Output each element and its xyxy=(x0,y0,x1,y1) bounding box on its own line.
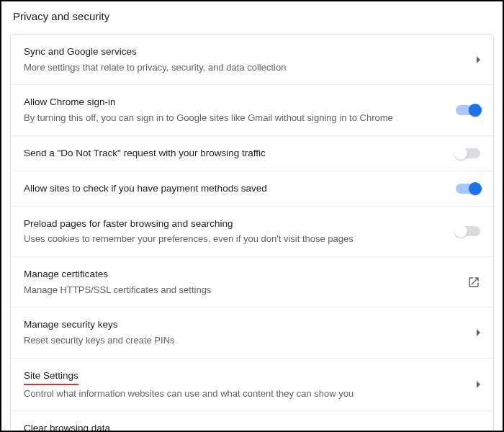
row-preload-pages[interactable]: Preload pages for faster browsing and se… xyxy=(11,207,493,257)
row-title: Manage certificates xyxy=(24,268,108,282)
row-title: Allow Chrome sign-in xyxy=(24,96,116,109)
row-title: Site Settings xyxy=(24,369,78,385)
row-text: Preload pages for faster browsing and se… xyxy=(24,217,456,246)
row-subtitle: Uses cookies to remember your preference… xyxy=(24,232,447,246)
row-subtitle: By turning this off, you can sign in to … xyxy=(24,111,447,125)
section-title: Privacy and security xyxy=(13,10,109,22)
row-manage-certificates[interactable]: Manage certificates Manage HTTPS/SSL cer… xyxy=(11,257,493,307)
row-title: Send a "Do Not Track" request with your … xyxy=(24,147,266,161)
external-link-icon xyxy=(467,276,480,289)
row-text: Clear browsing data Clear history, cooki… xyxy=(24,421,477,432)
toggle-allow-signin[interactable] xyxy=(456,105,480,115)
row-clear-browsing-data[interactable]: Clear browsing data Clear history, cooki… xyxy=(11,411,493,432)
row-text: Send a "Do Not Track" request with your … xyxy=(24,146,456,161)
toggle-preload[interactable] xyxy=(456,226,480,236)
toggle-payment-check[interactable] xyxy=(456,184,480,194)
settings-card: Sync and Google services More settings t… xyxy=(10,34,494,432)
chevron-right-icon xyxy=(477,56,480,63)
row-text: Allow Chrome sign-in By turning this off… xyxy=(24,95,456,125)
row-text: Manage security keys Reset security keys… xyxy=(24,318,477,347)
row-do-not-track[interactable]: Send a "Do Not Track" request with your … xyxy=(11,136,493,171)
row-subtitle: Manage HTTPS/SSL certificates and settin… xyxy=(24,283,459,297)
row-text: Allow sites to check if you have payment… xyxy=(24,181,456,196)
row-allow-chrome-signin[interactable]: Allow Chrome sign-in By turning this off… xyxy=(11,85,493,135)
row-title: Allow sites to check if you have payment… xyxy=(24,182,267,196)
row-title: Preload pages for faster browsing and se… xyxy=(24,217,233,231)
row-text: Sync and Google services More settings t… xyxy=(24,45,477,74)
row-subtitle: Control what information websites can us… xyxy=(24,387,468,401)
row-title: Sync and Google services xyxy=(24,45,137,59)
row-subtitle: Reset security keys and create PINs xyxy=(24,333,468,348)
row-title: Clear browsing data xyxy=(24,422,110,432)
row-site-settings[interactable]: Site Settings Control what information w… xyxy=(11,359,493,411)
section-header: Privacy and security xyxy=(1,1,503,28)
row-subtitle: More settings that relate to privacy, se… xyxy=(24,60,468,75)
chevron-right-icon xyxy=(477,329,480,336)
row-text: Manage certificates Manage HTTPS/SSL cer… xyxy=(24,267,467,297)
row-title: Manage security keys xyxy=(24,318,118,332)
row-manage-security-keys[interactable]: Manage security keys Reset security keys… xyxy=(11,307,493,358)
row-sync-google-services[interactable]: Sync and Google services More settings t… xyxy=(11,35,493,85)
chevron-right-icon xyxy=(477,381,480,388)
toggle-do-not-track[interactable] xyxy=(456,148,480,158)
row-payment-methods-check[interactable]: Allow sites to check if you have payment… xyxy=(11,171,493,207)
row-text: Site Settings Control what information w… xyxy=(24,369,477,400)
